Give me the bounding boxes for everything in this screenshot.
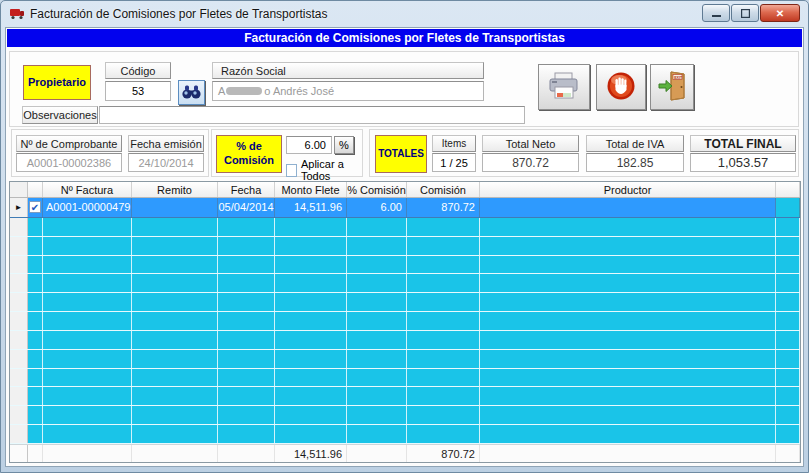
totals-panel: TOTALES Items 1 / 25 Total Neto 870.72 T… — [369, 129, 799, 177]
binoculars-icon — [181, 84, 202, 102]
cell-last — [776, 331, 800, 349]
cell-com — [407, 237, 480, 255]
razon-value: o Andrés José — [264, 85, 334, 97]
col-header-remito[interactable]: Remito — [132, 182, 218, 197]
grid-empty-row[interactable] — [10, 387, 800, 406]
cell-chk — [28, 350, 43, 368]
razon-social-label: Razón Social — [212, 62, 484, 79]
maximize-button[interactable] — [731, 4, 759, 22]
search-owner-button[interactable] — [178, 80, 205, 105]
apply-all-checkbox[interactable] — [286, 164, 297, 177]
cell-pct — [347, 218, 407, 236]
col-header-fecha[interactable]: Fecha — [218, 182, 275, 197]
minimize-button[interactable] — [702, 4, 730, 22]
cell-com: 870.72 — [407, 198, 480, 217]
censored-text-block — [226, 87, 262, 95]
cell-pct — [347, 256, 407, 274]
grid-empty-row[interactable] — [10, 256, 800, 275]
print-button[interactable] — [538, 64, 590, 110]
form-banner: Facturación de Comisiones por Fletes de … — [7, 29, 802, 47]
col-header-monto[interactable]: Monto Flete — [275, 182, 347, 197]
grid-row[interactable]: ►✔A0001-0000047905/04/201414,511.966.008… — [10, 198, 800, 218]
stop-hand-icon — [605, 70, 637, 104]
grid-empty-row[interactable] — [10, 237, 800, 256]
cell-pro — [480, 256, 776, 274]
titlebar[interactable]: Facturación de Comisiones por Fletes de … — [1, 1, 808, 27]
totales-label: TOTALES — [375, 135, 427, 173]
cell-chk — [28, 274, 43, 292]
cell-fec — [218, 331, 275, 349]
cell-sel — [10, 387, 28, 405]
cell-com — [407, 369, 480, 387]
cell-fec — [218, 218, 275, 236]
col-header-pct[interactable]: % Comisión — [347, 182, 407, 197]
grid-check-header — [28, 182, 43, 197]
footer-sel-cell — [10, 445, 28, 462]
cell-com — [407, 350, 480, 368]
cell-com — [407, 274, 480, 292]
grid-empty-row[interactable] — [10, 406, 800, 425]
cell-fac: A0001-00000479 — [43, 198, 132, 217]
codigo-label: Código — [105, 62, 171, 79]
cell-last — [776, 218, 800, 236]
grid-body: ►✔A0001-0000047905/04/201414,511.966.008… — [10, 198, 800, 444]
cell-mon — [275, 406, 347, 424]
cell-last — [776, 425, 800, 443]
cell-rem — [132, 312, 218, 330]
cell-last — [776, 274, 800, 292]
grid-empty-row[interactable] — [10, 312, 800, 331]
grid-corner-cell — [10, 182, 28, 197]
stop-button[interactable] — [596, 64, 646, 110]
row-checkbox[interactable]: ✔ — [29, 201, 41, 213]
close-button[interactable]: ✕ — [760, 4, 800, 22]
cell-fec — [218, 312, 275, 330]
total-neto-field: 870.72 — [482, 153, 579, 172]
grid-empty-row[interactable] — [10, 218, 800, 237]
cell-com — [407, 256, 480, 274]
apply-all-option[interactable]: Aplicar a Todos — [286, 158, 362, 182]
cell-fec — [218, 237, 275, 255]
col-header-comision[interactable]: Comisión — [407, 182, 480, 197]
cell-pro — [480, 237, 776, 255]
cell-pro — [480, 350, 776, 368]
cell-pro — [480, 198, 776, 217]
cell-mon — [275, 256, 347, 274]
observaciones-input[interactable] — [99, 106, 525, 124]
cell-rem — [132, 256, 218, 274]
cell-chk — [28, 218, 43, 236]
grid-empty-row[interactable] — [10, 425, 800, 444]
cell-fec — [218, 274, 275, 292]
cell-last — [776, 406, 800, 424]
footer-pro-cell — [480, 445, 776, 462]
cell-fac — [43, 237, 132, 255]
grid-empty-row[interactable] — [10, 274, 800, 293]
cell-pct — [347, 425, 407, 443]
grid-empty-row[interactable] — [10, 293, 800, 312]
client-area: Facturación de Comisiones por Fletes de … — [5, 27, 804, 467]
col-header-productor[interactable]: Productor — [480, 182, 776, 197]
exit-button[interactable]: EXIT — [650, 64, 694, 110]
cell-sel — [10, 256, 28, 274]
cell-mon — [275, 350, 347, 368]
cell-rem — [132, 293, 218, 311]
cell-pro — [480, 218, 776, 236]
cell-chk — [28, 293, 43, 311]
codigo-field[interactable]: 53 — [105, 81, 171, 101]
cell-rem — [132, 425, 218, 443]
cell-mon — [275, 369, 347, 387]
razon-prefix: A — [218, 85, 225, 97]
cell-pct — [347, 406, 407, 424]
cell-sel — [10, 293, 28, 311]
voucher-panel: Nº de Comprobante A0001-00002386 Fecha e… — [11, 129, 209, 177]
col-header-factura[interactable]: Nº Factura — [43, 182, 132, 197]
cell-sel: ► — [10, 198, 28, 217]
cell-com — [407, 331, 480, 349]
footer-pct-cell — [347, 445, 407, 462]
percent-button[interactable]: % — [334, 136, 354, 154]
grid-empty-row[interactable] — [10, 331, 800, 350]
grid-empty-row[interactable] — [10, 350, 800, 369]
comision-pct-input[interactable]: 6.00 — [286, 136, 332, 154]
grid-empty-row[interactable] — [10, 369, 800, 388]
cell-mon — [275, 274, 347, 292]
razon-social-field[interactable]: Ao Andrés José — [212, 81, 484, 101]
